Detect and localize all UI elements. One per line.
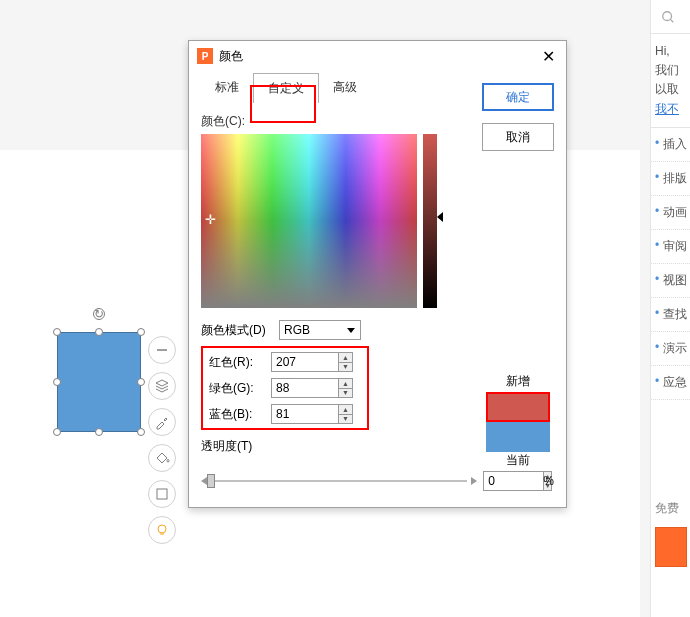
- resize-handle[interactable]: [137, 428, 145, 436]
- side-item[interactable]: 演示: [651, 332, 690, 366]
- blue-input[interactable]: [271, 404, 338, 424]
- eyedropper-tool[interactable]: [148, 408, 176, 436]
- new-color-swatch: [486, 392, 550, 422]
- rect-tool[interactable]: [148, 480, 176, 508]
- spin-up[interactable]: ▲: [339, 353, 352, 363]
- svg-rect-1: [157, 489, 167, 499]
- rgb-group-highlight: 红色(R): ▲▼ 绿色(G): ▲▼ 蓝色(B): ▲▼: [201, 346, 369, 430]
- layers-tool[interactable]: [148, 372, 176, 400]
- resize-handle[interactable]: [53, 428, 61, 436]
- tab-standard[interactable]: 标准: [201, 73, 253, 103]
- resize-handle[interactable]: [95, 328, 103, 336]
- spin-up[interactable]: ▲: [339, 405, 352, 415]
- tab-custom[interactable]: 自定义: [253, 73, 319, 103]
- search-icon[interactable]: [651, 0, 690, 34]
- percent-label: %: [543, 474, 554, 488]
- slider-thumb[interactable]: [207, 474, 215, 488]
- side-item[interactable]: 审阅: [651, 230, 690, 264]
- alpha-slider[interactable]: [201, 473, 477, 489]
- current-color-swatch: [486, 422, 550, 452]
- tab-advanced[interactable]: 高级: [319, 73, 371, 103]
- red-label: 红色(R):: [209, 354, 263, 371]
- svg-point-2: [158, 525, 166, 533]
- slider-arrow-icon: [437, 212, 443, 222]
- spin-down[interactable]: ▼: [339, 415, 352, 424]
- side-item[interactable]: 查找: [651, 298, 690, 332]
- alpha-input[interactable]: [483, 471, 543, 491]
- selected-shape[interactable]: ↻: [51, 312, 147, 440]
- resize-handle[interactable]: [137, 378, 145, 386]
- svg-line-5: [671, 19, 674, 22]
- resize-handle[interactable]: [53, 378, 61, 386]
- resize-handle[interactable]: [95, 428, 103, 436]
- tool-rail: [148, 336, 176, 544]
- side-menu: 插入 排版 动画 审阅 视图 查找 演示 应急: [651, 127, 690, 400]
- arrow-right-icon: [471, 477, 477, 485]
- svg-point-4: [663, 11, 672, 20]
- color-mode-select[interactable]: RGB: [279, 320, 361, 340]
- greeting-text: Hi,我们以取 我不: [651, 34, 690, 127]
- color-spectrum[interactable]: ✛: [201, 134, 417, 308]
- side-item[interactable]: 排版: [651, 162, 690, 196]
- minus-tool[interactable]: [148, 336, 176, 364]
- rotate-handle[interactable]: ↻: [93, 308, 105, 320]
- dialog-titlebar[interactable]: P 颜色 ✕: [189, 41, 566, 71]
- bulb-tool[interactable]: [148, 516, 176, 544]
- side-item[interactable]: 动画: [651, 196, 690, 230]
- cancel-button[interactable]: 取消: [482, 123, 554, 151]
- new-color-label: 新增: [486, 373, 550, 390]
- current-color-label: 当前: [486, 452, 550, 469]
- side-panel: Hi,我们以取 我不 插入 排版 动画 审阅 视图 查找 演示 应急 免费: [650, 0, 690, 617]
- green-input[interactable]: [271, 378, 338, 398]
- side-item[interactable]: 视图: [651, 264, 690, 298]
- resize-handle[interactable]: [53, 328, 61, 336]
- color-dialog: P 颜色 ✕ 标准 自定义 高级 颜色(C): ✛ 颜色模式(D) RGB: [188, 40, 567, 508]
- dialog-title: 颜色: [219, 48, 243, 65]
- side-item[interactable]: 应急: [651, 366, 690, 400]
- green-label: 绿色(G):: [209, 380, 263, 397]
- side-item[interactable]: 插入: [651, 128, 690, 162]
- lightness-slider[interactable]: [423, 134, 437, 308]
- ok-button[interactable]: 确定: [482, 83, 554, 111]
- app-logo-icon: P: [197, 48, 213, 64]
- rectangle-shape[interactable]: [57, 332, 141, 432]
- side-footer: 免费: [655, 500, 686, 517]
- spin-up[interactable]: ▲: [339, 379, 352, 389]
- side-promo[interactable]: [655, 527, 687, 567]
- fill-tool[interactable]: [148, 444, 176, 472]
- color-mode-label: 颜色模式(D): [201, 322, 271, 339]
- greeting-link[interactable]: 我不: [655, 102, 679, 116]
- spectrum-cursor-icon: ✛: [205, 212, 216, 227]
- blue-label: 蓝色(B):: [209, 406, 263, 423]
- red-input[interactable]: [271, 352, 338, 372]
- spin-down[interactable]: ▼: [339, 389, 352, 398]
- close-button[interactable]: ✕: [538, 46, 558, 66]
- spin-down[interactable]: ▼: [339, 363, 352, 372]
- resize-handle[interactable]: [137, 328, 145, 336]
